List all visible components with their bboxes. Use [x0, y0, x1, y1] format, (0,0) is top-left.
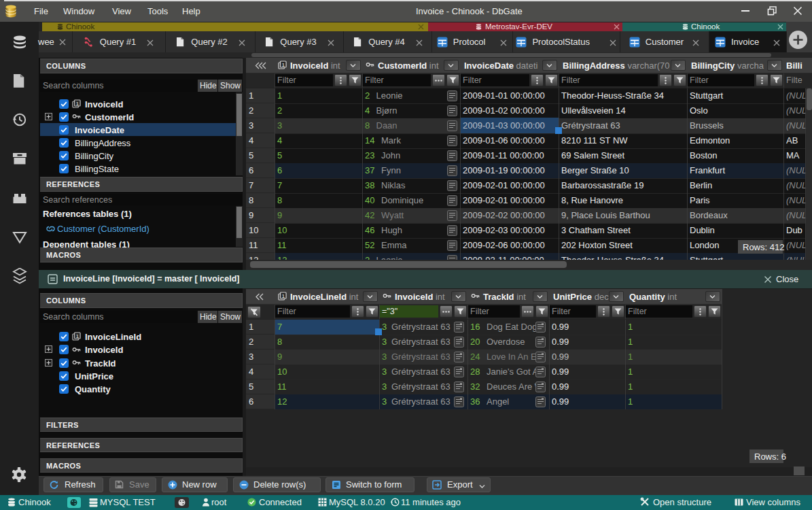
- svg-text:1: 1: [76, 101, 79, 107]
- svg-text:1: 1: [76, 333, 79, 339]
- svg-text:1: 1: [282, 62, 285, 68]
- svg-text:1: 1: [282, 293, 285, 299]
